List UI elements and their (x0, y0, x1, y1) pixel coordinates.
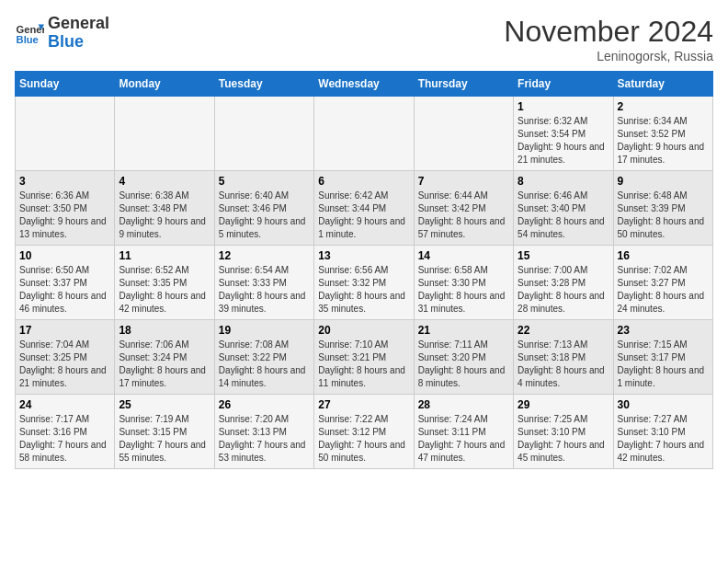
day-cell-23: 23Sunrise: 7:15 AM Sunset: 3:17 PM Dayli… (613, 320, 712, 395)
day-cell-6: 6Sunrise: 6:42 AM Sunset: 3:44 PM Daylig… (314, 171, 414, 246)
day-info: Sunrise: 7:19 AM Sunset: 3:15 PM Dayligh… (119, 413, 210, 465)
day-number: 17 (19, 324, 110, 337)
empty-cell (414, 97, 513, 171)
day-number: 15 (518, 249, 609, 262)
day-cell-20: 20Sunrise: 7:10 AM Sunset: 3:21 PM Dayli… (314, 320, 414, 395)
day-info: Sunrise: 7:13 AM Sunset: 3:18 PM Dayligh… (518, 339, 609, 390)
day-info: Sunrise: 7:22 AM Sunset: 3:12 PM Dayligh… (318, 413, 409, 465)
day-info: Sunrise: 7:20 AM Sunset: 3:13 PM Dayligh… (219, 413, 310, 465)
day-cell-1: 1Sunrise: 6:32 AM Sunset: 3:54 PM Daylig… (514, 97, 613, 171)
day-info: Sunrise: 6:56 AM Sunset: 3:32 PM Dayligh… (318, 264, 409, 316)
day-number: 18 (119, 324, 210, 337)
day-cell-3: 3Sunrise: 6:36 AM Sunset: 3:50 PM Daylig… (16, 171, 115, 246)
day-cell-16: 16Sunrise: 7:02 AM Sunset: 3:27 PM Dayli… (613, 246, 712, 320)
day-cell-4: 4Sunrise: 6:38 AM Sunset: 3:48 PM Daylig… (115, 171, 214, 246)
day-number: 8 (518, 175, 609, 188)
day-cell-7: 7Sunrise: 6:44 AM Sunset: 3:42 PM Daylig… (414, 171, 513, 246)
day-number: 28 (418, 398, 509, 411)
day-info: Sunrise: 6:40 AM Sunset: 3:46 PM Dayligh… (219, 190, 310, 241)
day-cell-10: 10Sunrise: 6:50 AM Sunset: 3:37 PM Dayli… (16, 246, 115, 320)
day-number: 21 (418, 324, 509, 337)
day-number: 25 (119, 398, 210, 411)
header-cell-monday: Monday (115, 72, 214, 97)
day-cell-21: 21Sunrise: 7:11 AM Sunset: 3:20 PM Dayli… (414, 320, 513, 395)
day-info: Sunrise: 7:27 AM Sunset: 3:10 PM Dayligh… (618, 413, 709, 465)
day-number: 9 (618, 175, 709, 188)
day-info: Sunrise: 7:06 AM Sunset: 3:24 PM Dayligh… (119, 339, 210, 390)
day-info: Sunrise: 6:38 AM Sunset: 3:48 PM Dayligh… (119, 190, 210, 241)
day-number: 29 (518, 398, 609, 411)
empty-cell (314, 97, 414, 171)
day-cell-13: 13Sunrise: 6:56 AM Sunset: 3:32 PM Dayli… (314, 246, 414, 320)
day-info: Sunrise: 7:15 AM Sunset: 3:17 PM Dayligh… (618, 339, 709, 390)
header-cell-sunday: Sunday (16, 72, 115, 97)
location: Leninogorsk, Russia (504, 49, 713, 63)
header-cell-friday: Friday (514, 72, 613, 97)
logo-text: General Blue (48, 15, 109, 52)
day-cell-2: 2Sunrise: 6:34 AM Sunset: 3:52 PM Daylig… (613, 97, 712, 171)
svg-text:Blue: Blue (17, 34, 39, 45)
logo-icon: General Blue (15, 18, 44, 48)
empty-cell (115, 97, 214, 171)
day-number: 19 (219, 324, 310, 337)
day-number: 5 (219, 175, 310, 188)
empty-cell (16, 97, 115, 171)
day-cell-9: 9Sunrise: 6:48 AM Sunset: 3:39 PM Daylig… (613, 171, 712, 246)
day-number: 12 (219, 249, 310, 262)
week-row-2: 3Sunrise: 6:36 AM Sunset: 3:50 PM Daylig… (16, 171, 713, 246)
week-row-4: 17Sunrise: 7:04 AM Sunset: 3:25 PM Dayli… (16, 320, 713, 395)
day-info: Sunrise: 6:36 AM Sunset: 3:50 PM Dayligh… (19, 190, 110, 241)
day-number: 13 (318, 249, 409, 262)
day-number: 16 (618, 249, 709, 262)
day-number: 14 (418, 249, 509, 262)
day-cell-29: 29Sunrise: 7:25 AM Sunset: 3:10 PM Dayli… (514, 395, 613, 469)
day-number: 10 (19, 249, 110, 262)
day-cell-12: 12Sunrise: 6:54 AM Sunset: 3:33 PM Dayli… (214, 246, 313, 320)
day-number: 3 (19, 175, 110, 188)
day-cell-26: 26Sunrise: 7:20 AM Sunset: 3:13 PM Dayli… (214, 395, 313, 469)
day-cell-5: 5Sunrise: 6:40 AM Sunset: 3:46 PM Daylig… (214, 171, 313, 246)
title-area: November 2024 Leninogorsk, Russia (504, 15, 713, 63)
day-cell-18: 18Sunrise: 7:06 AM Sunset: 3:24 PM Dayli… (115, 320, 214, 395)
day-info: Sunrise: 6:48 AM Sunset: 3:39 PM Dayligh… (618, 190, 709, 241)
day-info: Sunrise: 7:02 AM Sunset: 3:27 PM Dayligh… (618, 264, 709, 316)
day-number: 11 (119, 249, 210, 262)
day-number: 4 (119, 175, 210, 188)
day-cell-14: 14Sunrise: 6:58 AM Sunset: 3:30 PM Dayli… (414, 246, 513, 320)
day-info: Sunrise: 6:54 AM Sunset: 3:33 PM Dayligh… (219, 264, 310, 316)
day-info: Sunrise: 6:42 AM Sunset: 3:44 PM Dayligh… (318, 190, 409, 241)
day-info: Sunrise: 6:32 AM Sunset: 3:54 PM Dayligh… (518, 115, 609, 167)
header-row: SundayMondayTuesdayWednesdayThursdayFrid… (16, 72, 713, 97)
month-title: November 2024 (504, 15, 713, 49)
week-row-1: 1Sunrise: 6:32 AM Sunset: 3:54 PM Daylig… (16, 97, 713, 171)
day-info: Sunrise: 7:10 AM Sunset: 3:21 PM Dayligh… (318, 339, 409, 390)
header-cell-tuesday: Tuesday (214, 72, 313, 97)
day-cell-30: 30Sunrise: 7:27 AM Sunset: 3:10 PM Dayli… (613, 395, 712, 469)
week-row-3: 10Sunrise: 6:50 AM Sunset: 3:37 PM Dayli… (16, 246, 713, 320)
day-number: 20 (318, 324, 409, 337)
day-cell-19: 19Sunrise: 7:08 AM Sunset: 3:22 PM Dayli… (214, 320, 313, 395)
day-info: Sunrise: 7:11 AM Sunset: 3:20 PM Dayligh… (418, 339, 509, 390)
day-number: 24 (19, 398, 110, 411)
day-info: Sunrise: 6:34 AM Sunset: 3:52 PM Dayligh… (618, 115, 709, 167)
calendar: SundayMondayTuesdayWednesdayThursdayFrid… (15, 71, 713, 469)
day-number: 2 (618, 100, 709, 113)
day-info: Sunrise: 6:46 AM Sunset: 3:40 PM Dayligh… (518, 190, 609, 241)
day-info: Sunrise: 6:58 AM Sunset: 3:30 PM Dayligh… (418, 264, 509, 316)
header-cell-thursday: Thursday (414, 72, 513, 97)
day-info: Sunrise: 7:08 AM Sunset: 3:22 PM Dayligh… (219, 339, 310, 390)
header-cell-wednesday: Wednesday (314, 72, 414, 97)
day-number: 23 (618, 324, 709, 337)
day-info: Sunrise: 7:04 AM Sunset: 3:25 PM Dayligh… (19, 339, 110, 390)
day-info: Sunrise: 6:50 AM Sunset: 3:37 PM Dayligh… (19, 264, 110, 316)
day-number: 27 (318, 398, 409, 411)
header-cell-saturday: Saturday (613, 72, 712, 97)
calendar-header: SundayMondayTuesdayWednesdayThursdayFrid… (16, 72, 713, 97)
day-number: 22 (518, 324, 609, 337)
day-number: 26 (219, 398, 310, 411)
day-cell-28: 28Sunrise: 7:24 AM Sunset: 3:11 PM Dayli… (414, 395, 513, 469)
day-info: Sunrise: 6:52 AM Sunset: 3:35 PM Dayligh… (119, 264, 210, 316)
day-info: Sunrise: 7:24 AM Sunset: 3:11 PM Dayligh… (418, 413, 509, 465)
day-number: 30 (618, 398, 709, 411)
day-number: 1 (518, 100, 609, 113)
